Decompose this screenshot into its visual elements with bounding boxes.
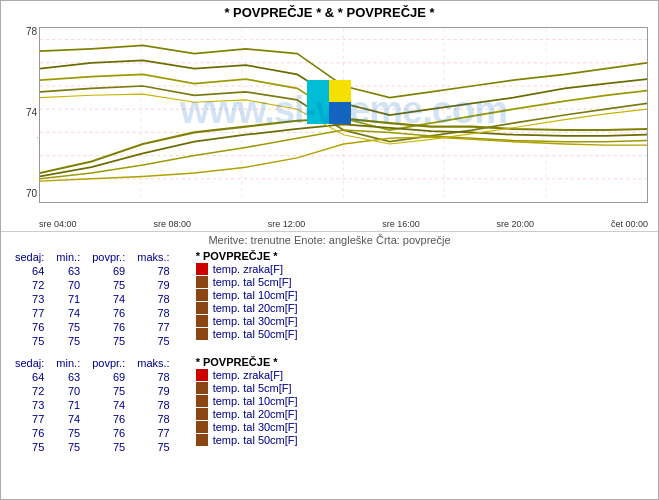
legend-label: temp. zraka[F] <box>213 263 283 275</box>
s1r6c3: 75 <box>86 334 131 348</box>
s1r1c2: 63 <box>50 264 86 278</box>
y-label-78: 78 <box>26 26 37 37</box>
chart-area: www.si-vreme.com 78 74 70 <box>1 22 658 232</box>
legend-item: temp. tal 50cm[F] <box>196 434 650 446</box>
x-label-2: sre 12:00 <box>268 219 306 229</box>
s2r1c3: 69 <box>86 370 131 384</box>
legend-section-2: * POVPREČJE * temp. zraka[F]temp. tal 5c… <box>196 356 650 454</box>
header-maks-1: maks.: <box>131 250 175 264</box>
s2r2c1: 72 <box>9 384 50 398</box>
s1r5c3: 76 <box>86 320 131 334</box>
legend-item: temp. tal 30cm[F] <box>196 421 650 433</box>
section2: sedaj: min.: povpr.: maks.: 64636978 727… <box>9 356 650 454</box>
legend-item: temp. tal 10cm[F] <box>196 289 650 301</box>
legend-color-box <box>196 382 208 394</box>
x-label-1: sre 08:00 <box>153 219 191 229</box>
legend-item: temp. tal 30cm[F] <box>196 315 650 327</box>
legend-color-box <box>196 328 208 340</box>
legend-label: temp. tal 20cm[F] <box>213 408 298 420</box>
legend-label: temp. tal 10cm[F] <box>213 289 298 301</box>
legend-item: temp. tal 10cm[F] <box>196 395 650 407</box>
legend-color-box <box>196 369 208 381</box>
legend-color-box <box>196 315 208 327</box>
logo-blue <box>329 102 351 124</box>
s1r4c1: 77 <box>9 306 50 320</box>
header-maks-2: maks.: <box>131 356 175 370</box>
s1r2c4: 79 <box>131 278 175 292</box>
s2r6c1: 75 <box>9 440 50 454</box>
s1r3c2: 71 <box>50 292 86 306</box>
legend-item: temp. tal 5cm[F] <box>196 382 650 394</box>
x-label-0: sre 04:00 <box>39 219 77 229</box>
legend-title-2: * POVPREČJE * <box>196 356 650 368</box>
s1r5c2: 75 <box>50 320 86 334</box>
header-povpr-2: povpr.: <box>86 356 131 370</box>
legend-color-box <box>196 408 208 420</box>
s2r4c3: 76 <box>86 412 131 426</box>
legend-label: temp. tal 10cm[F] <box>213 395 298 407</box>
header-sedaj-2: sedaj: <box>9 356 50 370</box>
chart-plot: www.si-vreme.com <box>39 27 648 203</box>
s2r4c1: 77 <box>9 412 50 426</box>
legend-item: temp. tal 20cm[F] <box>196 408 650 420</box>
s1r1c3: 69 <box>86 264 131 278</box>
s2r3c1: 73 <box>9 398 50 412</box>
legend-items-1: temp. zraka[F]temp. tal 5cm[F]temp. tal … <box>196 263 650 341</box>
legend-item: temp. tal 50cm[F] <box>196 328 650 340</box>
s1r3c1: 73 <box>9 292 50 306</box>
s2r5c4: 77 <box>131 426 175 440</box>
legend-label: temp. tal 20cm[F] <box>213 302 298 314</box>
s2r6c3: 75 <box>86 440 131 454</box>
legend-item: temp. tal 5cm[F] <box>196 276 650 288</box>
s1r6c2: 75 <box>50 334 86 348</box>
legend-title-1: * POVPREČJE * <box>196 250 650 262</box>
s2r1c1: 64 <box>9 370 50 384</box>
legend-label: temp. tal 5cm[F] <box>213 382 292 394</box>
s2r1c4: 78 <box>131 370 175 384</box>
x-label-5: čet 00:00 <box>611 219 648 229</box>
legend-color-box <box>196 276 208 288</box>
y-label-74: 74 <box>26 107 37 118</box>
s2r5c1: 76 <box>9 426 50 440</box>
s1r4c2: 74 <box>50 306 86 320</box>
s1r3c3: 74 <box>86 292 131 306</box>
s2r6c2: 75 <box>50 440 86 454</box>
s1r6c4: 75 <box>131 334 175 348</box>
section1: sedaj: min.: povpr.: maks.: 64636978 727… <box>9 250 650 348</box>
data-table-2: sedaj: min.: povpr.: maks.: 64636978 727… <box>9 356 176 454</box>
s1r2c2: 70 <box>50 278 86 292</box>
s2r5c2: 75 <box>50 426 86 440</box>
legend-label: temp. tal 30cm[F] <box>213 421 298 433</box>
legend-color-box <box>196 395 208 407</box>
s1r4c3: 76 <box>86 306 131 320</box>
x-label-4: sre 20:00 <box>497 219 535 229</box>
s1r5c4: 77 <box>131 320 175 334</box>
x-label-3: sre 16:00 <box>382 219 420 229</box>
data-table-1: sedaj: min.: povpr.: maks.: 64636978 727… <box>9 250 176 348</box>
s2r1c2: 63 <box>50 370 86 384</box>
s2r4c2: 74 <box>50 412 86 426</box>
s1r6c1: 75 <box>9 334 50 348</box>
s2r6c4: 75 <box>131 440 175 454</box>
legend-color-box <box>196 289 208 301</box>
s1r3c4: 78 <box>131 292 175 306</box>
s2r4c4: 78 <box>131 412 175 426</box>
s2r2c4: 79 <box>131 384 175 398</box>
s1r1c4: 78 <box>131 264 175 278</box>
s1r5c1: 76 <box>9 320 50 334</box>
header-sedaj-1: sedaj: <box>9 250 50 264</box>
logo-box <box>307 80 351 124</box>
legend-item: temp. zraka[F] <box>196 263 650 275</box>
legend-label: temp. tal 5cm[F] <box>213 276 292 288</box>
header-povpr-1: povpr.: <box>86 250 131 264</box>
legend-color-box <box>196 434 208 446</box>
s2r2c3: 75 <box>86 384 131 398</box>
s1r2c1: 72 <box>9 278 50 292</box>
s2r3c2: 71 <box>50 398 86 412</box>
y-label-70: 70 <box>26 188 37 199</box>
legend-label: temp. tal 50cm[F] <box>213 328 298 340</box>
s1r1c1: 64 <box>9 264 50 278</box>
legend-label: temp. zraka[F] <box>213 369 283 381</box>
header-min-1: min.: <box>50 250 86 264</box>
logo-yellow <box>329 80 351 102</box>
